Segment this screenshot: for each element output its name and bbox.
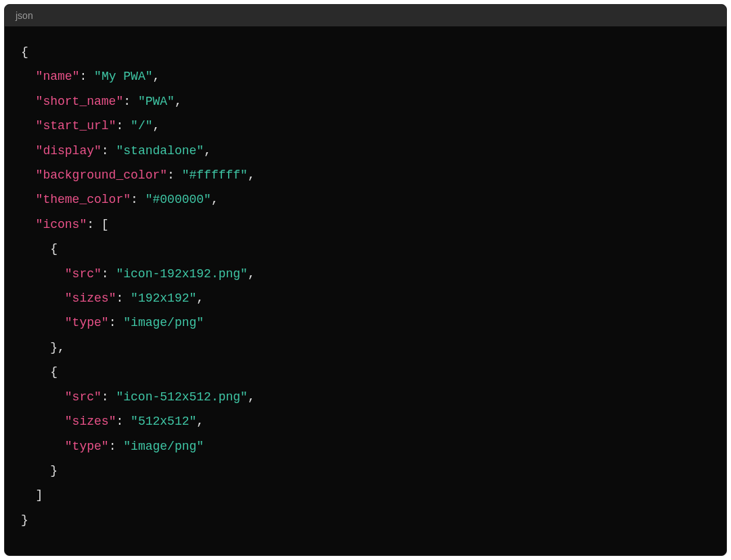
json-string: "standalone" xyxy=(116,144,204,158)
code-content: { "name": "My PWA", "short_name": "PWA",… xyxy=(21,40,710,532)
json-key: "theme_color" xyxy=(36,193,131,206)
json-key: "display" xyxy=(36,144,102,158)
json-key: "icons" xyxy=(36,218,87,231)
json-string: "My PWA" xyxy=(94,70,152,83)
json-string: "192x192" xyxy=(131,291,196,305)
json-string: "#ffffff" xyxy=(182,168,248,182)
json-key: "short_name" xyxy=(36,95,124,108)
code-header: json xyxy=(5,5,726,26)
json-string: "PWA" xyxy=(138,95,175,108)
json-string: "icon-192x192.png" xyxy=(116,267,247,281)
code-block: json { "name": "My PWA", "short_name": "… xyxy=(4,4,727,556)
json-key: "name" xyxy=(36,70,80,83)
code-body[interactable]: { "name": "My PWA", "short_name": "PWA",… xyxy=(5,26,726,546)
json-key: "background_color" xyxy=(36,168,167,182)
json-string: "#000000" xyxy=(146,193,211,206)
json-key: "type" xyxy=(65,440,109,453)
brace-close: } xyxy=(21,513,28,527)
brace-open: { xyxy=(21,45,28,59)
json-key: "start_url" xyxy=(36,119,116,133)
json-key: "type" xyxy=(65,316,109,329)
json-string: "512x512" xyxy=(131,415,196,428)
json-string: "image/png" xyxy=(123,316,204,329)
json-string: "image/png" xyxy=(123,440,204,453)
json-string: "icon-512x512.png" xyxy=(116,390,247,404)
json-key: "src" xyxy=(65,267,102,281)
json-key: "src" xyxy=(65,390,102,404)
json-string: "/" xyxy=(131,119,152,133)
json-key: "sizes" xyxy=(65,291,116,305)
language-label: json xyxy=(16,10,33,21)
json-key: "sizes" xyxy=(65,415,116,428)
